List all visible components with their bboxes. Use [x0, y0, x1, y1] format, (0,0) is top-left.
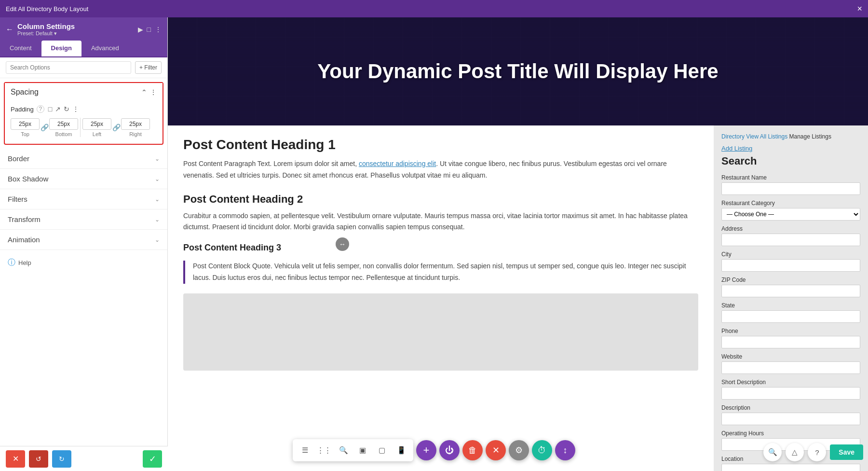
field-website: Website	[721, 353, 860, 374]
bottom-action-bar: ✕ ↺ ↻ ✓	[0, 446, 168, 471]
label-description: Description	[721, 404, 860, 411]
input-address[interactable]	[721, 234, 860, 246]
content-paragraph-1: Post Content Paragraph Text. Lorem ipsum…	[183, 158, 698, 181]
cancel-button[interactable]: ✕	[6, 450, 25, 468]
filter-button[interactable]: + Filter	[135, 61, 162, 74]
filter-label: + Filter	[139, 64, 157, 71]
field-phone: Phone	[721, 328, 860, 348]
toolbar-tablet-btn[interactable]: ▢	[373, 441, 391, 459]
power-button[interactable]: ⏻	[439, 440, 460, 460]
padding-bottom-group: Bottom	[49, 118, 78, 137]
redo-button[interactable]: ↻	[52, 450, 71, 468]
padding-top-group: Top	[11, 118, 40, 137]
input-phone[interactable]	[721, 336, 860, 348]
label-zip: ZIP Code	[721, 277, 860, 283]
animation-section[interactable]: Animation ⌄	[0, 230, 167, 250]
toolbar-grid-btn[interactable]: ⋮⋮	[315, 441, 333, 459]
filters-section[interactable]: Filters ⌄	[0, 189, 167, 209]
add-element-button[interactable]: +	[416, 440, 436, 460]
padding-left-input[interactable]	[82, 118, 111, 130]
settings-button[interactable]: ⚙	[509, 440, 529, 460]
input-short-desc[interactable]	[721, 387, 860, 400]
timer-button[interactable]: ⏱	[532, 440, 552, 460]
padding-right-input[interactable]	[121, 118, 150, 130]
help-icon[interactable]: ?	[37, 105, 44, 113]
border-chevron: ⌄	[155, 155, 160, 162]
top-bar: Edit All Directory Body Layout ×	[0, 0, 868, 17]
copy-icon[interactable]: □	[48, 105, 52, 113]
tab-design[interactable]: Design	[41, 41, 81, 56]
content-paragraph-2: Curabitur a commodo sapien, at pellentes…	[183, 210, 698, 234]
toolbar-desktop-btn[interactable]: ▣	[353, 441, 372, 459]
box-shadow-section[interactable]: Box Shadow ⌄	[0, 169, 167, 189]
toolbar-hamburger-btn[interactable]: ☰	[296, 441, 314, 459]
breadcrumb-manage[interactable]: Manage Listings	[789, 133, 831, 140]
back-button[interactable]: ←	[6, 25, 14, 34]
link-top-bottom-icon[interactable]: 🔗	[40, 123, 49, 132]
resize-handle[interactable]: ↔	[336, 237, 349, 251]
spacing-section-icons: ⌃ ⋮	[141, 88, 157, 96]
close-button[interactable]: ×	[857, 4, 862, 14]
label-restaurant-name: Restaurant Name	[721, 174, 860, 181]
right-layers-button[interactable]: △	[786, 443, 804, 461]
box-shadow-label: Box Shadow	[8, 175, 155, 183]
save-button[interactable]: Save	[830, 444, 863, 460]
label-state: State	[721, 302, 860, 309]
page-title: Edit All Directory Body Layout	[6, 5, 857, 13]
content-area: ↔ Your Dynamic Post Title Will Display H…	[168, 17, 868, 471]
sidebar-widget: Directory View All Listings Manage Listi…	[714, 125, 868, 471]
grid-icon[interactable]: □	[147, 26, 151, 33]
right-bottom-bar: 🔍 △ ? Save	[763, 443, 863, 461]
more-icon[interactable]: ⋮	[155, 26, 162, 33]
preset-label[interactable]: Preset: Default ▾	[17, 30, 134, 37]
tab-advanced[interactable]: Advanced	[81, 41, 129, 56]
layout-icon[interactable]: ▶	[138, 26, 143, 33]
help-area[interactable]: ⓘ Help	[0, 250, 167, 276]
input-location[interactable]	[721, 464, 860, 471]
link-left-right-icon[interactable]: 🔗	[111, 123, 121, 132]
filters-label: Filters	[8, 195, 155, 203]
toolbar-search-btn[interactable]: 🔍	[334, 441, 353, 459]
right-search-button[interactable]: 🔍	[763, 443, 782, 461]
chevron-up-icon[interactable]: ⌃	[141, 88, 147, 96]
spacing-header[interactable]: Spacing ⌃ ⋮	[5, 83, 163, 101]
breadcrumb-directory[interactable]: Directory View	[721, 133, 759, 140]
input-description[interactable]	[721, 413, 860, 425]
input-website[interactable]	[721, 361, 860, 374]
input-state[interactable]	[721, 310, 860, 323]
breadcrumb-all-listings[interactable]: All Listings	[760, 133, 787, 140]
col-settings-title: Column Settings	[17, 22, 134, 30]
bottom-toolbar: ☰ ⋮⋮ 🔍 ▣ ▢ 📱 + ⏻ 🗑 ✕ ⚙ ⏱ ↕	[293, 439, 575, 461]
padding-inputs: Top 🔗 Bottom Left 🔗	[11, 118, 157, 137]
content-heading-3: Post Content Heading 3	[183, 243, 698, 253]
toolbar-mobile-btn[interactable]: 📱	[392, 441, 410, 459]
search-input[interactable]	[6, 61, 131, 74]
input-zip[interactable]	[721, 285, 860, 297]
input-restaurant-name[interactable]	[721, 182, 860, 195]
reset-icon[interactable]: ↻	[64, 105, 69, 113]
input-city[interactable]	[721, 259, 860, 272]
content-link[interactable]: consectetur adipiscing elit	[359, 160, 436, 167]
border-section[interactable]: Border ⌄	[0, 149, 167, 169]
padding-bottom-input[interactable]	[49, 118, 78, 130]
right-help-button[interactable]: ?	[808, 443, 826, 461]
save-check-button[interactable]: ✓	[143, 450, 162, 468]
cursor-icon[interactable]: ↗	[55, 105, 61, 113]
drag-icon[interactable]: ⋮	[150, 88, 157, 96]
padding-top-input[interactable]	[11, 118, 40, 130]
help-circle-icon: ⓘ	[8, 258, 15, 268]
x-button[interactable]: ✕	[486, 440, 506, 460]
hero-banner: Your Dynamic Post Title Will Display Her…	[168, 17, 868, 125]
field-restaurant-name: Restaurant Name	[721, 174, 860, 195]
add-listing-link[interactable]: Add Listing	[721, 145, 752, 152]
tab-content[interactable]: Content	[0, 41, 41, 56]
delete-button[interactable]: 🗑	[462, 440, 483, 460]
select-restaurant-category[interactable]: — Choose One —	[721, 208, 860, 221]
undo-button[interactable]: ↺	[29, 450, 48, 468]
more-padding-icon[interactable]: ⋮	[72, 105, 79, 113]
field-state: State	[721, 302, 860, 323]
padding-icons: ? □ ↗ ↻ ⋮	[37, 105, 79, 113]
padding-row: Padding ? □ ↗ ↻ ⋮	[11, 105, 157, 113]
transform-section[interactable]: Transform ⌄	[0, 209, 167, 230]
scroll-button[interactable]: ↕	[555, 440, 575, 460]
